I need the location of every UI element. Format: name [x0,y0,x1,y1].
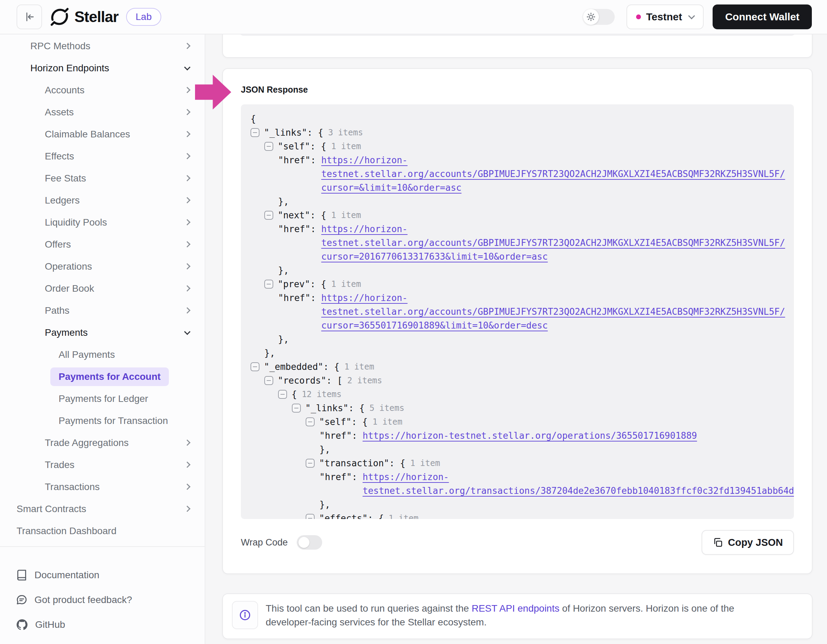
json-link[interactable]: https://horizon- testnet.stellar.org/acc… [321,153,785,194]
sidebar-item-transactions[interactable]: Transactions [0,476,205,498]
copy-json-label: Copy JSON [728,537,783,548]
sidebar-item-smart-contracts[interactable]: Smart Contracts [0,498,205,520]
json-token: "_links": { [264,126,323,140]
collapse-toggle-icon[interactable] [251,128,259,137]
sidebar-item-label: Payments for Account [50,367,169,386]
sidebar-nav: RPC MethodsHorizon EndpointsAccountsAsse… [0,34,205,546]
json-row: }, [241,498,794,512]
rest-api-endpoints-link[interactable]: REST API endpoints [472,603,560,614]
json-row: }, [241,263,794,277]
sidebar-item-trades[interactable]: Trades [0,454,205,476]
sidebar-item-payments-for-account[interactable]: Payments for Account [0,366,205,388]
chevron-right-icon [184,439,190,446]
collapse-toggle-icon[interactable] [264,142,273,151]
connect-wallet-button[interactable]: Connect Wallet [713,5,812,29]
sidebar-item-fee-stats[interactable]: Fee Stats [0,167,205,190]
stellar-logo[interactable]: Stellar Lab [50,7,161,27]
collapse-sidebar-icon [23,11,35,23]
sidebar-item-label: Trade Aggregations [45,437,128,448]
sidebar-footer: Documentation Got product feedback? GitH… [0,546,205,644]
json-key: "href": [320,470,362,484]
json-link[interactable]: https://horizon- testnet.stellar.org/acc… [321,222,785,263]
theme-toggle[interactable] [583,9,615,25]
sidebar-item-label: Accounts [45,85,84,96]
collapse-toggle-icon[interactable] [306,514,315,519]
sidebar-item-rpc-methods[interactable]: RPC Methods [0,35,205,57]
book-icon [16,569,28,581]
sidebar-item-label: Transaction Dashboard [17,526,117,537]
collapse-toggle-icon[interactable] [264,211,273,220]
json-token: "effects": { [319,512,384,519]
sidebar-item-operations[interactable]: Operations [0,255,205,278]
collapse-toggle-icon[interactable] [251,362,259,371]
chevron-right-icon [184,87,190,93]
sidebar-item-label: Paths [45,305,70,316]
collapse-sidebar-button[interactable] [17,5,42,29]
info-icon-box [232,601,258,629]
chevron-down-icon [184,64,190,70]
network-select[interactable]: Testnet [626,5,704,29]
sidebar-item-trade-aggregations[interactable]: Trade Aggregations [0,432,205,454]
sidebar-item-payments[interactable]: Payments [0,322,205,344]
json-token: }, [278,263,289,277]
sidebar-item-order-book[interactable]: Order Book [0,278,205,300]
json-link[interactable]: https://horizon- testnet.stellar.org/tra… [362,470,794,498]
sidebar-item-paths[interactable]: Paths [0,300,205,322]
sidebar-item-label: Order Book [45,283,94,294]
sidebar-item-label: Claimable Balances [45,129,130,140]
chevron-right-icon [184,175,190,181]
sidebar-item-ledgers[interactable]: Ledgers [0,190,205,212]
sidebar-item-transaction-dashboard[interactable]: Transaction Dashboard [0,520,205,542]
sidebar-item-claimable-balances[interactable]: Claimable Balances [0,123,205,145]
section-title: JSON Response [241,85,794,95]
sidebar-item-liquidity-pools[interactable]: Liquidity Pools [0,212,205,233]
json-token: }, [320,443,330,456]
sidebar-item-label: Effects [45,151,74,162]
chevron-right-icon [184,285,190,291]
sidebar-item-github[interactable]: GitHub [0,612,205,637]
collapse-toggle-icon[interactable] [292,404,301,412]
json-token: "next": { [278,208,326,222]
json-key: "href": [278,153,321,167]
sidebar-item-label: Liquidity Pools [45,217,107,228]
json-row: "_links": {3 items [241,126,794,140]
json-token: "_links": { [305,401,365,415]
sidebar-item-assets[interactable]: Assets [0,101,205,123]
items-count: 2 items [347,374,382,387]
sidebar-item-label: Transactions [45,481,100,493]
sidebar-item-horizon-endpoints[interactable]: Horizon Endpoints [0,57,205,79]
collapse-toggle-icon[interactable] [264,376,273,385]
collapse-toggle-icon[interactable] [306,459,315,468]
github-icon [16,619,28,631]
sidebar-item-payments-for-ledger[interactable]: Payments for Ledger [0,388,205,410]
chevron-right-icon [184,462,190,468]
sidebar-item-documentation[interactable]: Documentation [0,563,205,588]
json-token: }, [278,194,289,208]
json-row: "effects": {1 item [241,512,794,519]
top-bar: Stellar Lab Testnet Connect Wallet [0,0,827,34]
sidebar-item-offers[interactable]: Offers [0,233,205,255]
collapse-toggle-icon[interactable] [278,390,287,399]
info-icon [239,609,251,621]
json-token: }, [278,332,289,346]
sidebar-item-feedback[interactable]: Got product feedback? [0,588,205,612]
json-code-block: {"_links": {3 items"self": {1 item"href"… [241,104,794,519]
json-row: }, [241,194,794,208]
json-key: "href": [278,222,321,236]
json-link[interactable]: https://horizon- testnet.stellar.org/acc… [321,291,785,332]
items-count: 1 item [331,140,361,153]
collapse-toggle-icon[interactable] [306,417,315,426]
wrap-code-toggle[interactable] [297,535,322,550]
sidebar-item-effects[interactable]: Effects [0,145,205,167]
sidebar-item-all-payments[interactable]: All Payments [0,344,205,366]
json-link[interactable]: https://horizon-testnet.stellar.org/oper… [362,429,697,443]
items-count: 1 item [331,277,361,291]
collapse-toggle-icon[interactable] [264,280,273,289]
stellar-logo-icon [50,7,70,27]
sidebar-item-payments-for-transaction[interactable]: Payments for Transaction [0,410,205,432]
copy-json-button[interactable]: Copy JSON [702,530,794,555]
sidebar-item-accounts[interactable]: Accounts [0,79,205,101]
chevron-right-icon [184,219,190,225]
chevron-right-icon [184,197,190,203]
json-row: "prev": {1 item [241,277,794,291]
